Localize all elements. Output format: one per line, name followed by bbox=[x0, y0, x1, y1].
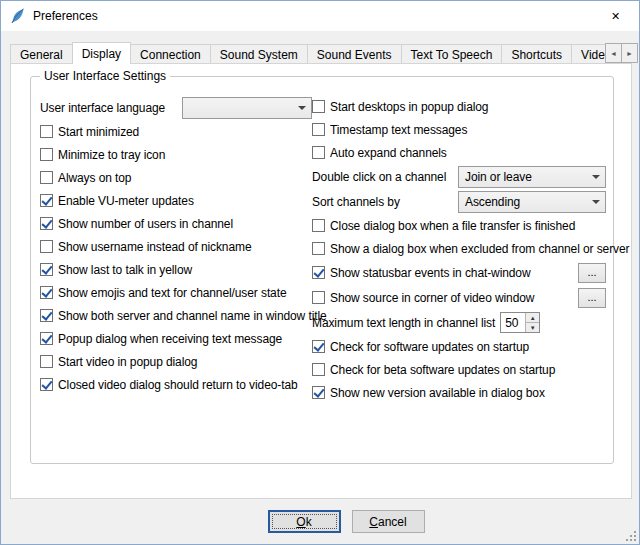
checkbox-icon bbox=[312, 219, 325, 232]
language-combobox[interactable] bbox=[182, 97, 312, 119]
chevron-down-icon bbox=[592, 175, 600, 183]
checkbox-label: Show statusbar events in chat-window bbox=[330, 266, 531, 280]
spin-down-icon[interactable]: ▼ bbox=[526, 322, 539, 332]
tab-label: General bbox=[20, 48, 63, 62]
checkbox-icon bbox=[312, 123, 325, 136]
checkbox-label: Minimize to tray icon bbox=[58, 148, 165, 162]
checkbox-start-desktops-popup[interactable]: Start desktops in popup dialog bbox=[312, 95, 606, 118]
cancel-button-mnemonic: C bbox=[369, 515, 378, 529]
combobox-value: Join or leave bbox=[465, 170, 532, 184]
tab-sound-system[interactable]: Sound System bbox=[210, 44, 308, 64]
title-bar[interactable]: Preferences ✕ bbox=[1, 1, 639, 31]
checkbox-video-source-corner[interactable]: Show source in corner of video window bbox=[312, 291, 534, 305]
chevron-down-icon bbox=[592, 200, 600, 208]
checkbox-label: Enable VU-meter updates bbox=[58, 194, 194, 208]
cancel-button[interactable]: Cancel bbox=[352, 510, 425, 533]
double-click-combobox[interactable]: Join or leave bbox=[458, 166, 606, 188]
cancel-button-label: ancel bbox=[378, 515, 407, 529]
sort-channels-combobox[interactable]: Ascending bbox=[458, 191, 606, 213]
checkbox-label: Popup dialog when receiving text message bbox=[58, 332, 282, 346]
tab-shortcuts[interactable]: Shortcuts bbox=[501, 44, 572, 64]
checkbox-show-last-to-talk[interactable]: Show last to talk in yellow bbox=[40, 258, 312, 281]
dialog-button-row: Ok Cancel bbox=[1, 510, 639, 534]
checkbox-icon bbox=[312, 386, 325, 399]
user-interface-settings-group: User Interface Settings User interface l… bbox=[30, 76, 614, 464]
checkbox-dialog-when-excluded[interactable]: Show a dialog box when excluded from cha… bbox=[312, 237, 606, 260]
checkbox-icon bbox=[40, 125, 53, 138]
checkbox-enable-vu-meter[interactable]: Enable VU-meter updates bbox=[40, 189, 312, 212]
checkbox-show-username-instead[interactable]: Show username instead of nickname bbox=[40, 235, 312, 258]
tab-label: Display bbox=[82, 47, 121, 61]
checkbox-icon bbox=[40, 217, 53, 230]
group-title: User Interface Settings bbox=[40, 69, 170, 83]
checkbox-icon bbox=[40, 332, 53, 345]
checkbox-icon bbox=[40, 378, 53, 391]
checkbox-timestamp-messages[interactable]: Timestamp text messages bbox=[312, 118, 606, 141]
combobox-value: Ascending bbox=[465, 195, 520, 209]
spin-up-icon[interactable]: ▲ bbox=[526, 313, 539, 322]
tab-sound-events[interactable]: Sound Events bbox=[307, 44, 402, 64]
tab-label: Shortcuts bbox=[511, 48, 562, 62]
spinbox-value: 50 bbox=[501, 313, 525, 332]
tab-general[interactable]: General bbox=[10, 44, 73, 64]
tab-bar: General Display Connection Sound System … bbox=[10, 42, 632, 64]
checkbox-start-video-popup[interactable]: Start video in popup dialog bbox=[40, 350, 312, 373]
checkbox-label: Show both server and channel name in win… bbox=[58, 309, 327, 323]
checkbox-always-on-top[interactable]: Always on top bbox=[40, 166, 312, 189]
ok-button[interactable]: Ok bbox=[268, 510, 341, 533]
tab-label: Text To Speech bbox=[411, 48, 493, 62]
tab-connection[interactable]: Connection bbox=[130, 44, 211, 64]
max-text-length-spinbox[interactable]: 50 ▲ ▼ bbox=[500, 312, 540, 333]
checkbox-icon bbox=[312, 340, 325, 353]
checkbox-statusbar-events[interactable]: Show statusbar events in chat-window bbox=[312, 266, 531, 280]
checkbox-label: Start desktops in popup dialog bbox=[330, 100, 488, 114]
checkbox-icon bbox=[40, 355, 53, 368]
checkbox-show-new-version-dialog[interactable]: Show new version available in dialog box bbox=[312, 381, 606, 404]
tab-label: Sound System bbox=[220, 48, 298, 62]
checkbox-label: Start minimized bbox=[58, 125, 139, 139]
close-icon[interactable]: ✕ bbox=[593, 2, 638, 30]
tab-label: Sound Events bbox=[317, 48, 392, 62]
language-label: User interface language bbox=[40, 101, 165, 115]
display-tab-page: User Interface Settings User interface l… bbox=[10, 63, 632, 499]
window-title: Preferences bbox=[33, 9, 98, 23]
checkbox-icon bbox=[312, 100, 325, 113]
checkbox-start-minimized[interactable]: Start minimized bbox=[40, 120, 312, 143]
checkbox-icon bbox=[40, 194, 53, 207]
checkbox-show-emojis-text[interactable]: Show emojis and text for channel/user st… bbox=[40, 281, 312, 304]
tab-scroll-left-icon[interactable]: ◄ bbox=[605, 43, 622, 63]
checkbox-closed-video-return[interactable]: Closed video dialog should return to vid… bbox=[40, 373, 312, 396]
checkbox-label: Check for beta software updates on start… bbox=[330, 363, 555, 377]
sort-channels-row: Sort channels by Ascending bbox=[312, 189, 606, 214]
checkbox-check-updates-startup[interactable]: Check for software updates on startup bbox=[312, 335, 606, 358]
tab-scroll-right-icon[interactable]: ► bbox=[621, 43, 638, 63]
ok-button-mnemonic: O bbox=[296, 515, 305, 529]
checkbox-show-number-of-users[interactable]: Show number of users in channel bbox=[40, 212, 312, 235]
checkbox-icon bbox=[312, 242, 325, 255]
checkbox-label: Show last to talk in yellow bbox=[58, 263, 192, 277]
checkbox-icon bbox=[40, 309, 53, 322]
statusbar-events-more-button[interactable]: ... bbox=[578, 263, 606, 283]
checkbox-check-beta-updates[interactable]: Check for beta software updates on start… bbox=[312, 358, 606, 381]
spinbox-buttons: ▲ ▼ bbox=[525, 313, 539, 332]
video-source-more-button[interactable]: ... bbox=[578, 288, 606, 308]
checkbox-label: Show new version available in dialog box bbox=[330, 386, 545, 400]
language-row: User interface language bbox=[40, 95, 312, 120]
tab-text-to-speech[interactable]: Text To Speech bbox=[401, 44, 503, 64]
resize-grip[interactable] bbox=[624, 529, 637, 542]
checkbox-close-dialog-file-transfer[interactable]: Close dialog box when a file transfer is… bbox=[312, 214, 606, 237]
checkbox-popup-text-message[interactable]: Popup dialog when receiving text message bbox=[40, 327, 312, 350]
checkbox-minimize-to-tray[interactable]: Minimize to tray icon bbox=[40, 143, 312, 166]
tab-display[interactable]: Display bbox=[72, 42, 131, 64]
checkbox-label: Show number of users in channel bbox=[58, 217, 233, 231]
statusbar-events-row: Show statusbar events in chat-window ... bbox=[312, 260, 606, 285]
right-column: Start desktops in popup dialog Timestamp… bbox=[312, 95, 606, 404]
checkbox-auto-expand-channels[interactable]: Auto expand channels bbox=[312, 141, 606, 164]
checkbox-icon bbox=[312, 291, 325, 304]
checkbox-label: Always on top bbox=[58, 171, 131, 185]
checkbox-server-channel-in-title[interactable]: Show both server and channel name in win… bbox=[40, 304, 312, 327]
sort-channels-label: Sort channels by bbox=[312, 195, 400, 209]
checkbox-label: Timestamp text messages bbox=[330, 123, 467, 137]
checkbox-label: Start video in popup dialog bbox=[58, 355, 197, 369]
checkbox-label: Close dialog box when a file transfer is… bbox=[330, 219, 575, 233]
